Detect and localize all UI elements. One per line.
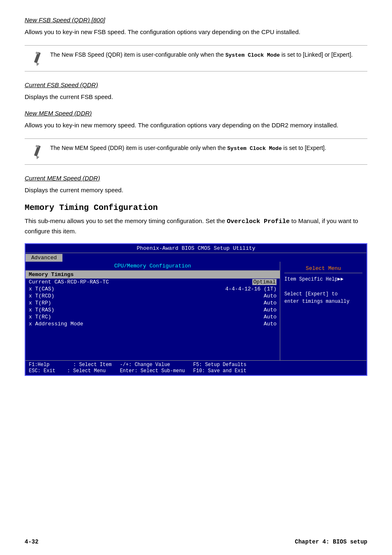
bios-footer-f10: F10: Save and Exit: [193, 368, 247, 374]
bios-menu-item-6[interactable]: x Addressing Mode Auto: [25, 320, 280, 327]
bios-footer-col-1: F1:Help : Select Item ESC: Exit : Select…: [29, 362, 112, 374]
bios-item-name-5: x T(RC): [29, 314, 264, 320]
section-body-new-fsb: Allows you to key-in new FSB speed. The …: [25, 28, 367, 37]
note-mono-fsb: System Clock Mode: [225, 52, 280, 58]
page-content: New FSB Speed (QDR) [800] Allows you to …: [0, 0, 392, 413]
bios-footer-esc: ESC: Exit : Select Menu: [29, 368, 112, 374]
memory-timing-body: This sub-menu allows you to set the memo…: [25, 216, 367, 236]
page-footer: 4-32 Chapter 4: BIOS setup: [25, 539, 367, 545]
svg-rect-2: [35, 51, 39, 54]
svg-marker-4: [35, 156, 39, 159]
pencil-icon-2: [29, 144, 44, 159]
bios-footer-f1: F1:Help : Select Item: [29, 362, 112, 368]
page-number: 4-32: [25, 539, 39, 545]
bios-item-value-0: Optimal: [252, 279, 277, 285]
section-body-current-fsb: Displays the current FSB speed.: [25, 92, 367, 102]
section-current-mem: Current MEM Speed (DDR) Displays the cur…: [25, 175, 367, 195]
bios-footer-change: -/+: Change Value: [120, 362, 185, 368]
bios-footer-col-2: -/+: Change Value Enter: Select Sub-menu: [120, 362, 185, 374]
svg-marker-1: [35, 62, 39, 66]
bios-menu-item-5[interactable]: x T(RC) Auto: [25, 313, 280, 320]
bios-item-name-6: x Addressing Mode: [29, 321, 264, 327]
bios-left-panel: CPU/Memory Configuration Memory Timings …: [25, 262, 280, 360]
bios-item-value-6: Auto: [264, 321, 277, 327]
memory-timing-title: Memory Timing Configuration: [25, 203, 367, 212]
memory-timing-section: Memory Timing Configuration This sub-men…: [25, 203, 367, 236]
bios-help-line-0: Item Specific Help►►: [284, 276, 362, 283]
bios-menu-item-1[interactable]: x T(CAS) 4-4-4-12-16 (1T): [25, 286, 280, 292]
bios-spacer: [25, 327, 280, 360]
note-text-new-fsb: The New FSB Speed (QDR) item is user-con…: [50, 51, 353, 60]
bios-item-value-5: Auto: [264, 314, 277, 320]
section-new-mem: New MEM Speed (DDR) Allows you to key-in…: [25, 110, 367, 165]
bios-left-header: CPU/Memory Configuration: [25, 262, 280, 271]
bios-tab-advanced[interactable]: Advanced: [25, 254, 62, 262]
bios-right-panel: Select Menu Item Specific Help►► Select …: [280, 262, 367, 360]
note-mono-mem: System Clock Mode: [227, 145, 282, 152]
bios-main: CPU/Memory Configuration Memory Timings …: [25, 262, 367, 360]
bios-help-line-3: enter timings manually: [284, 298, 362, 305]
chapter-label: Chapter 4: BIOS setup: [295, 539, 367, 545]
bios-footer-f5: F5: Setup Defaults: [193, 362, 247, 368]
bios-menu-item-0[interactable]: Current CAS-RCD-RP-RAS-TC Optimal: [25, 279, 280, 286]
bios-item-value-1: 4-4-4-12-16 (1T): [225, 286, 277, 292]
section-body-new-mem: Allows you to key-in new memory speed. T…: [25, 121, 367, 130]
bios-item-name-2: x T(RCD): [29, 293, 264, 299]
bios-right-header: Select Menu: [284, 264, 362, 273]
note-box-new-mem: The New MEM Speed (DDR) item is user-con…: [25, 138, 367, 165]
svg-rect-5: [35, 145, 39, 147]
bios-menu-item-2[interactable]: x T(RCD) Auto: [25, 292, 280, 299]
bios-item-name-3: x T(RP): [29, 300, 264, 306]
bios-item-value-2: Auto: [264, 293, 277, 299]
bios-footer: F1:Help : Select Item ESC: Exit : Select…: [25, 360, 367, 375]
bios-menu-section: Memory Timings: [25, 271, 280, 279]
bios-tab-bar: Advanced: [25, 253, 367, 262]
section-body-current-mem: Displays the current memory speed.: [25, 186, 367, 195]
bios-item-name-1: x T(CAS): [29, 286, 225, 292]
bios-item-name-4: x T(RAS): [29, 307, 264, 313]
section-new-fsb: New FSB Speed (QDR) [800] Allows you to …: [25, 16, 367, 71]
bios-footer-enter: Enter: Select Sub-menu: [120, 368, 185, 374]
bios-footer-col-3: F5: Setup Defaults F10: Save and Exit: [193, 362, 247, 374]
section-title-new-fsb: New FSB Speed (QDR) [800]: [25, 16, 367, 23]
bios-menu-item-4[interactable]: x T(RAS) Auto: [25, 306, 280, 313]
bios-menu-item-3[interactable]: x T(RP) Auto: [25, 299, 280, 306]
bios-item-value-3: Auto: [264, 300, 277, 306]
pencil-icon-1: [29, 51, 44, 66]
note-box-new-fsb: The New FSB Speed (QDR) item is user-con…: [25, 45, 367, 71]
overclock-profile-bold: Overclock Profile: [227, 218, 290, 225]
bios-highlight-optimal: Optimal: [252, 279, 277, 285]
section-current-fsb: Current FSB Speed (QDR) Displays the cur…: [25, 81, 367, 102]
bios-screenshot: Phoenix-Award BIOS CMOS Setup Utility Ad…: [25, 243, 367, 376]
bios-help-line-2: Select [Expert] to: [284, 290, 362, 298]
section-title-current-fsb: Current FSB Speed (QDR): [25, 81, 367, 88]
section-title-current-mem: Current MEM Speed (DDR): [25, 175, 367, 182]
section-title-new-mem: New MEM Speed (DDR): [25, 110, 367, 117]
bios-help-line-1: [284, 283, 362, 290]
note-text-new-mem: The New MEM Speed (DDR) item is user-con…: [50, 144, 326, 153]
bios-item-name-0: Current CAS-RCD-RP-RAS-TC: [29, 279, 252, 285]
bios-item-value-4: Auto: [264, 307, 277, 313]
bios-title-bar: Phoenix-Award BIOS CMOS Setup Utility: [25, 244, 367, 253]
